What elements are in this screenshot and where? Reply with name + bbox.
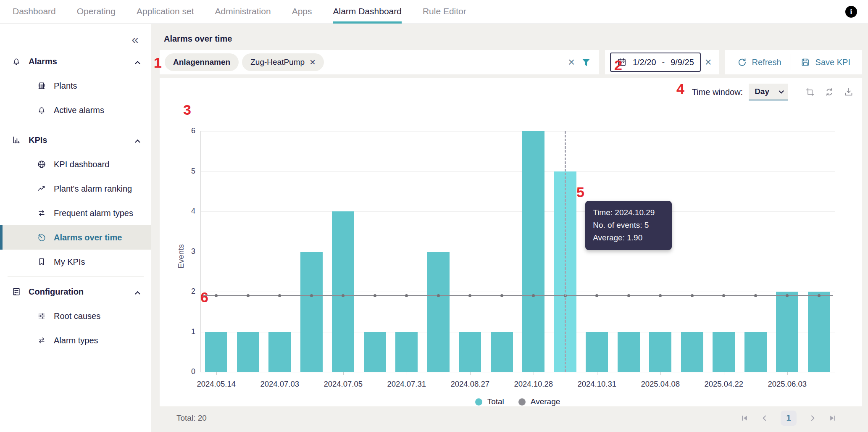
sidebar-item-alarms-over-time[interactable]: Alarms over time <box>0 225 151 250</box>
reset-zoom-icon[interactable] <box>823 87 836 97</box>
average-point <box>468 294 471 297</box>
bar-7[interactable] <box>427 252 450 372</box>
sidebar-item-label: Root causes <box>54 311 100 321</box>
sidebar-item-plant-s-alarm-ranking[interactable]: Plant's alarm ranking <box>0 176 151 201</box>
chevron-up-icon[interactable] <box>136 287 139 297</box>
bar-1[interactable] <box>237 332 259 372</box>
zoom-area-icon[interactable] <box>803 87 817 97</box>
bar-8[interactable] <box>459 332 481 372</box>
chart-legend: TotalAverage <box>200 397 835 406</box>
chevron-up-icon[interactable] <box>136 57 139 66</box>
bar-0[interactable] <box>205 332 227 372</box>
sidebar-section-configuration[interactable]: Configuration <box>0 279 151 304</box>
date-range-input[interactable]: 1/2/20 - 9/9/25 <box>610 53 701 72</box>
bar-16[interactable] <box>713 332 735 372</box>
first-page-icon[interactable] <box>740 414 749 422</box>
download-icon[interactable] <box>842 87 855 97</box>
nav-tab-dashboard[interactable]: Dashboard <box>13 0 56 24</box>
previous-page-icon[interactable] <box>760 414 769 422</box>
bar-4[interactable] <box>332 211 354 372</box>
sidebar-section-alarms[interactable]: Alarms <box>0 49 151 74</box>
sidebar-item-active-alarms[interactable]: Active alarms <box>0 98 151 122</box>
sidebar-collapse-icon[interactable]: « <box>132 33 139 46</box>
legend-dot <box>518 398 526 406</box>
x-axis-tick <box>724 372 724 375</box>
sidebar-item-label: My KPIs <box>54 257 85 267</box>
average-point <box>215 294 218 297</box>
average-point <box>627 294 630 297</box>
nav-tab-administration[interactable]: Administration <box>215 0 271 24</box>
bar-18[interactable] <box>776 292 798 372</box>
bar-5[interactable] <box>364 332 386 372</box>
next-page-icon[interactable] <box>808 414 817 422</box>
timer-icon <box>37 233 46 242</box>
time-window-select[interactable]: Day <box>749 84 788 100</box>
y-axis-tick-label: 5 <box>179 167 195 176</box>
bar-2[interactable] <box>268 332 291 372</box>
bar-19[interactable] <box>808 292 830 372</box>
section-label: Alarms <box>29 57 57 66</box>
nav-tab-alarm-dashboard[interactable]: Alarm Dashboard <box>333 0 402 24</box>
average-point <box>247 294 250 297</box>
average-point <box>659 294 662 297</box>
x-axis-tick <box>407 372 407 375</box>
average-point <box>722 294 725 297</box>
bar-12[interactable] <box>586 332 608 372</box>
x-axis-tick <box>534 372 534 375</box>
average-point <box>818 294 821 297</box>
bar-11[interactable] <box>554 171 576 372</box>
x-axis-tick <box>787 372 788 375</box>
y-axis-tick-label: 2 <box>179 287 195 296</box>
filter-bar[interactable]: Anlagennamen Zug-HeatPump × × <box>160 50 599 74</box>
nav-tab-rule-editor[interactable]: Rule Editor <box>423 0 466 24</box>
settings-box-icon <box>12 287 21 296</box>
sidebar-item-alarm-types[interactable]: Alarm types <box>0 328 151 353</box>
chevron-down-icon <box>779 88 784 94</box>
nav-tab-operating[interactable]: Operating <box>77 0 116 24</box>
x-axis-line <box>200 372 835 372</box>
nav-tab-application-set[interactable]: Application set <box>137 0 194 24</box>
sidebar-item-kpi-dashboard[interactable]: KPI dashboard <box>0 152 151 176</box>
current-page-button[interactable]: 1 <box>781 411 797 426</box>
footer-row: Total: 20 1 <box>160 406 862 432</box>
sidebar-section-kpis[interactable]: KPIs <box>0 128 151 152</box>
bar-10[interactable] <box>522 131 544 372</box>
bar-13[interactable] <box>618 332 640 372</box>
last-page-icon[interactable] <box>829 414 837 422</box>
tooltip-line: Average: 1.90 <box>593 232 664 244</box>
chevron-up-icon[interactable] <box>136 135 139 145</box>
nav-tabs: DashboardOperatingApplication setAdminis… <box>13 0 466 24</box>
date-separator: - <box>662 58 665 67</box>
legend-item-total[interactable]: Total <box>475 397 504 406</box>
sidebar-item-label: Alarms over time <box>54 233 122 242</box>
gridline <box>201 131 835 132</box>
info-icon[interactable]: i <box>845 6 857 18</box>
bar-15[interactable] <box>681 332 703 372</box>
average-point <box>754 294 757 297</box>
bar-6[interactable] <box>395 332 418 372</box>
bar-9[interactable] <box>491 332 513 372</box>
clear-filters-icon[interactable]: × <box>566 57 577 68</box>
trend-icon <box>37 184 46 193</box>
sidebar-item-frequent-alarm-types[interactable]: Frequent alarm types <box>0 201 151 225</box>
filter-funnel-icon[interactable] <box>581 57 592 68</box>
legend-item-average[interactable]: Average <box>518 397 560 406</box>
sidebar-item-my-kpis[interactable]: My KPIs <box>0 250 151 274</box>
date-range-group: 1/2/20 - 9/9/25 × <box>605 50 719 74</box>
nav-tab-apps[interactable]: Apps <box>292 0 312 24</box>
bar-14[interactable] <box>649 332 671 372</box>
gridline <box>201 292 835 292</box>
sidebar-item-label: Alarm types <box>54 336 98 345</box>
average-point <box>374 294 376 297</box>
clear-date-icon[interactable]: × <box>702 57 714 68</box>
legend-label: Average <box>531 397 560 406</box>
remove-chip-icon[interactable]: × <box>310 57 316 67</box>
sidebar-item-root-causes[interactable]: Root causes <box>0 304 151 328</box>
y-axis-tick-label: 1 <box>179 327 195 336</box>
refresh-button[interactable]: Refresh <box>728 54 791 71</box>
sidebar-item-plants[interactable]: Plants <box>0 74 151 98</box>
save-kpi-button[interactable]: Save KPI <box>791 54 860 71</box>
bar-3[interactable] <box>300 252 323 372</box>
gridline <box>201 332 835 332</box>
bar-17[interactable] <box>744 332 767 372</box>
